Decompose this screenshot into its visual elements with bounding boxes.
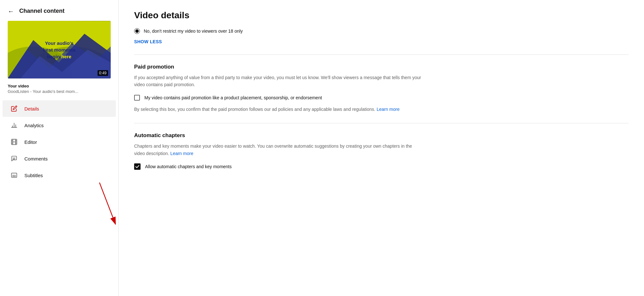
auto-chapters-divider [134,123,629,123]
automatic-chapters-title: Automatic chapters [134,132,629,139]
video-duration: 0:49 [98,70,108,76]
sidebar-item-comments-label: Comments [24,156,48,161]
age-restriction-radio[interactable] [134,28,140,34]
subtitles-icon [10,171,18,179]
paid-promotion-description: If you accepted anything of value from a… [134,74,423,88]
video-name: GoodListen - Your audio's best mom... [8,89,111,94]
sidebar-header: ← Channel content [0,0,118,21]
sidebar-item-subtitles[interactable]: Subtitles [3,167,116,184]
sidebar-item-editor-label: Editor [24,139,37,145]
video-thumbnail-container[interactable]: Your audio's best moments begin here 0:4… [8,21,111,78]
paid-promotion-checkbox[interactable] [134,95,140,101]
age-restriction-label: No, don't restrict my video to viewers o… [144,29,243,34]
comment-icon [10,155,18,162]
checkmark-icon [135,164,140,169]
sidebar-item-subtitles-label: Subtitles [24,173,43,178]
sidebar-item-details-label: Details [24,106,39,111]
paid-promotion-learn-more[interactable]: Learn more [377,107,400,112]
film-strip-icon [10,138,18,146]
main-content: Video details No, don't restrict my vide… [119,0,644,296]
automatic-chapters-description: Chapters and key moments make your video… [134,143,423,157]
pencil-icon [10,105,18,112]
video-info: Your video GoodListen - Your audio's bes… [0,84,118,100]
paid-promotion-section: Paid promotion If you accepted anything … [134,64,629,113]
video-label: Your video [8,84,111,88]
show-less-link[interactable]: SHOW LESS [134,39,162,44]
auto-chapters-checkbox-row: Allow automatic chapters and key moments [134,163,629,170]
policy-text: By selecting this box, you confirm that … [134,106,423,113]
age-restriction-option: No, don't restrict my video to viewers o… [134,28,629,34]
thumbnail-text: Your audio's best moments begin here [43,40,76,60]
auto-chapters-checkbox-label: Allow automatic chapters and key moments [145,164,232,169]
sidebar: ← Channel content Your audio's best mome… [0,0,119,296]
paid-promotion-checkbox-row: My video contains paid promotion like a … [134,95,629,101]
sidebar-item-details[interactable]: Details [3,100,116,117]
page-title: Video details [134,10,629,21]
automatic-chapters-section: Automatic chapters Chapters and key mome… [134,132,629,170]
paid-promotion-checkbox-label: My video contains paid promotion like a … [144,95,322,100]
sidebar-item-editor[interactable]: Editor [3,134,116,150]
sidebar-title: Channel content [19,8,64,14]
video-thumbnail: Your audio's best moments begin here 0:4… [8,21,111,78]
svg-line-25 [99,183,116,224]
sidebar-item-comments[interactable]: Comments [3,150,116,167]
back-button[interactable]: ← [8,8,14,14]
sidebar-item-analytics[interactable]: Analytics [3,117,116,134]
sidebar-item-analytics-label: Analytics [24,123,44,128]
bar-chart-icon [10,121,18,129]
sidebar-nav: Details Analytics [0,100,118,184]
automatic-chapters-learn-more[interactable]: Learn more [170,151,193,156]
paid-promotion-divider [134,54,629,55]
paid-promotion-title: Paid promotion [134,64,629,70]
auto-chapters-checkbox[interactable] [134,163,141,170]
